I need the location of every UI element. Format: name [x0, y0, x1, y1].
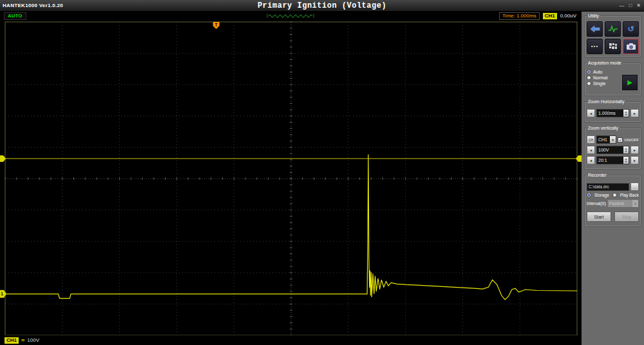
scope-display[interactable]: T 1	[0, 20, 582, 335]
timebase-increase-button[interactable]: ►	[630, 109, 639, 117]
window-controls: — □ ✕	[619, 0, 641, 12]
timebase-spinner[interactable]: ▲▼	[623, 110, 629, 117]
time-base-readout: Time: 1.000ms	[499, 12, 540, 20]
radio-storage-label: Storage	[594, 193, 609, 197]
right-arrow-icon: ►	[633, 148, 636, 152]
status-bar: AUTO Time: 1.000ms CH1 0.00uV	[0, 12, 582, 20]
channel-select[interactable]: CH1 ▼	[596, 135, 616, 144]
volts-select[interactable]: 100V ▲▼	[596, 146, 629, 154]
minimize-icon[interactable]: —	[619, 3, 624, 8]
spin-down-icon: ▼	[625, 113, 627, 116]
timebase-select[interactable]: 1.000ms ▲▼	[596, 109, 629, 117]
volts-value: 100V	[598, 148, 609, 152]
channel-button[interactable]: CH	[587, 135, 595, 144]
radio-auto[interactable]	[587, 70, 591, 74]
spin-down-icon: ▼	[625, 161, 627, 163]
timebase-value: 1.000ms	[598, 111, 616, 115]
probe-ratio-select[interactable]: 20:1 ▲▼	[596, 156, 629, 164]
volts-decrease-button[interactable]: ◄	[587, 146, 595, 154]
dropdown-icon: ▼	[632, 200, 638, 207]
waveform-button[interactable]	[605, 21, 621, 37]
recorder-group: Recorder C:\data.drc ... Storage Play Ba…	[584, 175, 641, 227]
zoom-vertical-label: Zoom vertically	[587, 125, 620, 131]
camera-icon	[626, 43, 636, 50]
screenshot-button[interactable]	[623, 39, 639, 54]
browse-button[interactable]: ...	[630, 182, 639, 191]
radio-playback-label: Play Back	[620, 193, 639, 197]
ch1-scale-readout: 100V	[27, 337, 39, 343]
scope-canvas[interactable]: T 1	[0, 20, 582, 335]
acquisition-preview-icon	[265, 12, 317, 19]
control-panel: Utility ↺ •••	[582, 12, 644, 345]
left-arrow-icon: ◄	[589, 112, 592, 115]
channel-badge: CH1	[543, 13, 557, 19]
interval-select: Fastest ▼	[607, 199, 639, 208]
radio-auto-label: Auto	[593, 70, 602, 74]
start-button[interactable]: Start	[587, 212, 611, 222]
window-title: Primary Ignition (Voltage)	[258, 1, 386, 10]
zoom-vertical-group: Zoom vertically CH CH1 ▼ ✓ ON/OFF ◄ 100V…	[584, 128, 641, 170]
trigger-flag-label: T	[215, 23, 218, 27]
play-icon: ▶	[627, 79, 632, 86]
scope-column: AUTO Time: 1.000ms CH1 0.00uV	[0, 12, 582, 345]
acquisition-group: Acquistion mode Auto Normal Single ▶	[584, 63, 641, 96]
zoom-horizontal-label: Zoom Horizontally	[587, 99, 625, 104]
acquisition-option-auto[interactable]: Auto	[587, 70, 639, 74]
timebase-decrease-button[interactable]: ◄	[587, 109, 595, 117]
onoff-label: ON/OFF	[624, 138, 639, 142]
pulse-icon	[608, 25, 618, 33]
maximize-icon[interactable]: □	[629, 3, 632, 8]
back-button[interactable]	[587, 21, 603, 37]
close-icon[interactable]: ✕	[636, 3, 641, 8]
volts-spinner[interactable]: ▲▼	[623, 146, 629, 153]
interval-value: Fastest	[609, 201, 624, 206]
back-arrow-icon	[590, 25, 600, 33]
utility-group: Utility ↺ •••	[584, 15, 641, 57]
refresh-button[interactable]: ↺	[623, 21, 639, 37]
channel-button-label: CH	[589, 138, 593, 142]
radio-single[interactable]	[587, 81, 591, 86]
title-bar: HANTEK1000 Ver1.0.20 Primary Ignition (V…	[0, 0, 644, 12]
run-button[interactable]: ▶	[622, 75, 638, 90]
radio-playback[interactable]	[612, 193, 617, 197]
probe-spinner[interactable]: ▲▼	[623, 157, 629, 164]
ch1-onoff-checkbox[interactable]: ✓	[618, 137, 623, 143]
channel-select-value: CH1	[598, 137, 607, 142]
app-title: HANTEK1000 Ver1.0.20	[3, 3, 63, 8]
trigger-status-badge: AUTO	[4, 12, 26, 20]
acquisition-label: Acquistion mode	[587, 60, 623, 66]
zoom-horizontal-group: Zoom Horizontally ◄ 1.000ms ▲▼ ►	[584, 101, 641, 123]
probe-decrease-button[interactable]: ◄	[587, 156, 595, 164]
rotate-icon: ↺	[627, 25, 634, 33]
voltage-readout: 0.00uV	[560, 13, 576, 19]
grid-icon	[609, 43, 618, 50]
interval-label: Interval(S)	[587, 201, 606, 206]
radio-normal-label: Normal	[593, 75, 608, 80]
right-arrow-icon: ►	[633, 112, 636, 115]
radio-storage[interactable]	[587, 193, 591, 197]
probe-increase-button[interactable]: ►	[630, 156, 639, 164]
channel-arrow-label: 1	[1, 291, 3, 296]
recorder-label: Recorder	[587, 172, 608, 178]
dropdown-icon: ▼	[610, 136, 616, 143]
volts-increase-button[interactable]: ►	[630, 146, 639, 154]
ch1-badge[interactable]: CH1	[5, 337, 19, 344]
left-arrow-icon: ◄	[589, 148, 592, 152]
right-arrow-icon: ►	[633, 159, 636, 163]
spin-down-icon: ▼	[625, 150, 627, 153]
left-arrow-icon: ◄	[589, 159, 592, 163]
stop-button: Stop	[614, 212, 639, 222]
radio-single-label: Single	[593, 81, 605, 86]
grid-view-button[interactable]	[605, 39, 621, 54]
radio-normal[interactable]	[587, 75, 591, 80]
record-path-input[interactable]: C:\data.drc	[587, 183, 629, 191]
ellipsis-icon: •••	[591, 44, 598, 49]
more-button[interactable]: •••	[587, 39, 603, 54]
probe-ratio-value: 20:1	[598, 158, 607, 163]
bottom-bar: CH1 = 100V	[0, 335, 582, 345]
utility-label: Utility	[587, 13, 600, 19]
coupling-symbol: =	[21, 337, 24, 344]
